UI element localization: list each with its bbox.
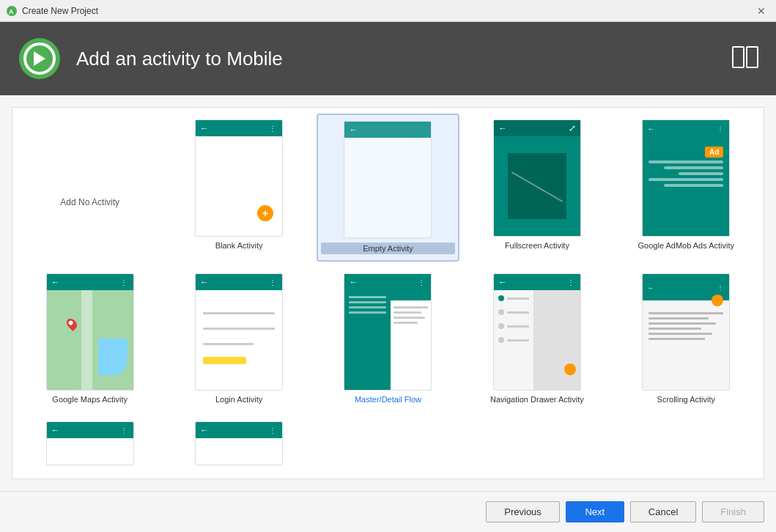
empty-thumbnail: ← (344, 121, 432, 238)
activity-item-navdrawer[interactable]: ← ⋮ (465, 267, 608, 410)
no-activity-label: Add No Activity (60, 197, 119, 207)
activity-item-login[interactable]: ← ⋮ Login Activity (167, 267, 310, 410)
maps-thumbnail: ← ⋮ (46, 273, 134, 391)
fullscreen-label: Fullscreen Activity (505, 241, 569, 250)
login-thumbnail: ← ⋮ (195, 273, 283, 391)
fullscreen-thumbnail: ← ⤢ (493, 119, 581, 237)
activity-item-admob[interactable]: ← ⋮ Ad Google AdMob Ads Activity (615, 114, 758, 262)
navdrawer-label: Navigation Drawer Activity (490, 395, 584, 404)
activities-grid: Add No Activity ← ⋮ + Blank Activity ← E… (12, 107, 764, 479)
header-logo-icon (18, 37, 62, 81)
empty-label: Empty Activity (321, 243, 455, 254)
login-label: Login Activity (215, 395, 262, 404)
finish-button[interactable]: Finish (702, 501, 764, 522)
activity-item-empty[interactable]: ← Empty Activity (317, 114, 459, 262)
title-bar-left: A Create New Project (6, 5, 98, 17)
maps-label: Google Maps Activity (52, 395, 128, 404)
svg-rect-6 (747, 47, 758, 67)
blank-label: Blank Activity (215, 241, 263, 250)
activity-item-maps[interactable]: ← ⋮ Google Maps Activity (18, 267, 161, 410)
activity-item-no-activity[interactable]: Add No Activity (18, 114, 161, 262)
cancel-button[interactable]: Cancel (630, 501, 696, 522)
scrolling-thumbnail: ← ⋮ (642, 273, 730, 391)
title-bar-text: Create New Project (22, 6, 98, 16)
header-title: Add an activity to Mobile (76, 48, 283, 70)
svg-text:A: A (9, 8, 14, 15)
layout-icon (732, 46, 758, 71)
android-studio-icon: A (6, 5, 18, 17)
admob-thumbnail: ← ⋮ Ad (642, 119, 730, 237)
scrolling-label: Scrolling Activity (657, 395, 715, 404)
navdrawer-thumbnail: ← ⋮ (493, 273, 581, 391)
admob-label: Google AdMob Ads Activity (638, 241, 734, 250)
masterdetail-thumbnail: ← ⋮ (344, 273, 432, 391)
settings-thumbnail-partial: ← ⋮ (46, 421, 134, 465)
next-button[interactable]: Next (566, 501, 624, 522)
activity-item-blank[interactable]: ← ⋮ + Blank Activity (167, 114, 310, 262)
dialog-content: Add No Activity ← ⋮ + Blank Activity ← E… (0, 95, 776, 491)
previous-button[interactable]: Previous (486, 501, 560, 522)
tabbed-thumbnail-partial: ← ⋮ (195, 421, 283, 465)
blank-thumbnail: ← ⋮ + (195, 119, 283, 237)
svg-rect-5 (733, 47, 744, 67)
activity-item-scrolling[interactable]: ← ⋮ Scrolling Activity (615, 267, 758, 410)
title-bar: A Create New Project ✕ (0, 0, 776, 22)
activity-item-masterdetail[interactable]: ← ⋮ Master/Detail Flow (317, 267, 459, 410)
close-button[interactable]: ✕ (753, 4, 770, 18)
dialog-footer: Previous Next Cancel Finish (0, 491, 776, 532)
blank-fab: + (257, 205, 273, 221)
activity-item-fullscreen[interactable]: ← ⤢ Fullscreen Activity (465, 114, 608, 262)
activity-item-tabbed-partial[interactable]: ← ⋮ (167, 415, 310, 476)
activity-item-settings-partial[interactable]: ← ⋮ (18, 415, 161, 476)
masterdetail-label: Master/Detail Flow (355, 395, 421, 404)
dialog-header: Add an activity to Mobile (0, 22, 776, 95)
